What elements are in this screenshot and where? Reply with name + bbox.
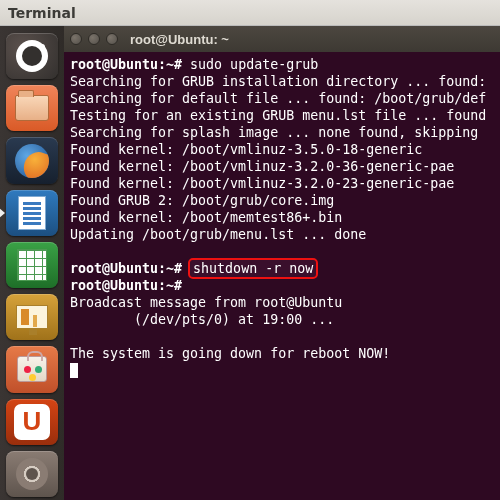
window-minimize-icon[interactable] bbox=[88, 33, 100, 45]
output-line: Found kernel: /boot/vmlinuz-3.5.0-18-gen… bbox=[70, 142, 422, 157]
gear-icon bbox=[16, 458, 48, 490]
launcher-calc[interactable] bbox=[6, 242, 58, 288]
output-line: Updating /boot/grub/menu.lst ... done bbox=[70, 227, 366, 242]
prompt: root@Ubuntu:~# bbox=[70, 57, 182, 72]
output-line: Found GRUB 2: /boot/grub/core.img bbox=[70, 193, 334, 208]
highlighted-command: shutdown -r now bbox=[190, 260, 316, 277]
running-indicator-icon bbox=[0, 208, 5, 218]
terminal-window: root@Ubuntu: ~ root@Ubuntu:~# sudo updat… bbox=[64, 26, 500, 500]
launcher-dash[interactable] bbox=[6, 33, 58, 79]
output-line: Found kernel: /boot/memtest86+.bin bbox=[70, 210, 342, 225]
shopping-bag-icon bbox=[17, 356, 47, 382]
output-line: Searching for splash image ... none foun… bbox=[70, 125, 478, 140]
terminal-cursor bbox=[70, 363, 78, 378]
terminal-body[interactable]: root@Ubuntu:~# sudo update-grub Searchin… bbox=[64, 52, 500, 500]
prompt: root@Ubuntu:~# bbox=[70, 278, 182, 293]
ubuntu-swirl-icon bbox=[16, 40, 48, 72]
launcher-ubuntu-one[interactable]: U bbox=[6, 399, 58, 445]
spreadsheet-icon bbox=[17, 249, 47, 281]
folder-icon bbox=[15, 95, 49, 121]
launcher-writer[interactable] bbox=[6, 190, 58, 236]
document-icon bbox=[18, 196, 46, 230]
launcher-firefox[interactable] bbox=[6, 137, 58, 183]
output-line: Testing for an existing GRUB menu.lst fi… bbox=[70, 108, 486, 123]
firefox-icon bbox=[15, 144, 49, 178]
prompt: root@Ubuntu:~# bbox=[70, 261, 182, 276]
terminal-title: root@Ubuntu: ~ bbox=[130, 32, 229, 47]
output-line: (/dev/pts/0) at 19:00 ... bbox=[70, 312, 334, 327]
launcher-software-center[interactable] bbox=[6, 346, 58, 392]
app-titlebar: Terminal bbox=[0, 0, 500, 26]
app-title: Terminal bbox=[8, 5, 76, 21]
launcher-files[interactable] bbox=[6, 85, 58, 131]
window-maximize-icon[interactable] bbox=[106, 33, 118, 45]
window-close-icon[interactable] bbox=[70, 33, 82, 45]
ubuntu-one-icon: U bbox=[14, 404, 50, 440]
output-line: Broadcast message from root@Ubuntu bbox=[70, 295, 342, 310]
presentation-icon bbox=[16, 305, 48, 329]
output-line: Found kernel: /boot/vmlinuz-3.2.0-23-gen… bbox=[70, 176, 454, 191]
terminal-titlebar[interactable]: root@Ubuntu: ~ bbox=[64, 26, 500, 52]
launcher-settings[interactable] bbox=[6, 451, 58, 497]
output-line: Searching for GRUB installation director… bbox=[70, 74, 486, 89]
output-line: The system is going down for reboot NOW! bbox=[70, 346, 390, 361]
launcher-impress[interactable] bbox=[6, 294, 58, 340]
cmd-update-grub: sudo update-grub bbox=[190, 57, 318, 72]
launcher: U bbox=[0, 26, 64, 500]
output-line: Searching for default file ... found: /b… bbox=[70, 91, 486, 106]
output-line: Found kernel: /boot/vmlinuz-3.2.0-36-gen… bbox=[70, 159, 454, 174]
